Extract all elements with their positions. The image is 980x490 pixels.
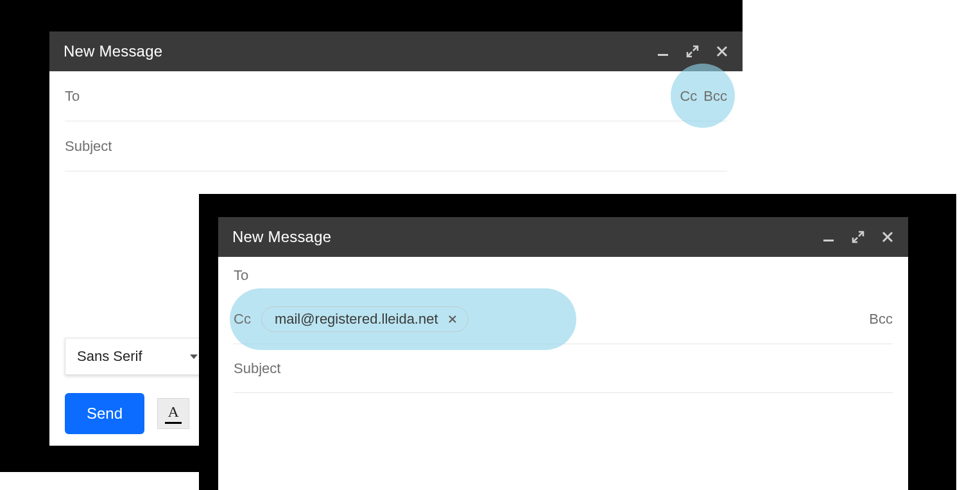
format-letter: A (168, 403, 178, 421)
expand-icon[interactable] (686, 45, 699, 58)
cc-recipient-text: mail@registered.lleida.net (275, 311, 438, 328)
minimize-icon[interactable] (822, 231, 835, 243)
window-title: New Message (232, 228, 331, 246)
expand-icon[interactable] (852, 231, 864, 243)
titlebar: New Message (49, 31, 743, 71)
cc-recipient-chip[interactable]: mail@registered.lleida.net (261, 306, 469, 332)
close-icon[interactable] (881, 231, 894, 243)
bcc-link[interactable]: Bcc (869, 311, 893, 328)
title-actions (822, 231, 894, 243)
text-format-button[interactable]: A (157, 398, 189, 429)
to-label: To (234, 267, 248, 284)
subject-row[interactable]: Subject (65, 121, 727, 171)
subject-label: Subject (65, 138, 112, 155)
font-picker[interactable]: Sans Serif (65, 338, 207, 375)
to-label: To (65, 88, 80, 105)
cc-bcc-links: Cc Bcc (680, 88, 727, 105)
cc-row[interactable]: Cc mail@registered.lleida.net Bcc (234, 294, 893, 344)
fields-area: To Cc mail@registered.lleida.net Bcc Sub… (218, 257, 908, 393)
close-icon[interactable] (716, 45, 728, 58)
window-title: New Message (64, 42, 162, 60)
chevron-down-icon (190, 354, 198, 359)
toolbar-area: Sans Serif Send A (65, 338, 207, 434)
minimize-icon[interactable] (657, 45, 669, 58)
titlebar: New Message (218, 217, 908, 257)
font-picker-label: Sans Serif (77, 348, 142, 365)
cc-link[interactable]: Cc (680, 88, 697, 105)
send-row: Send A (65, 393, 207, 434)
subject-row[interactable]: Subject (234, 344, 893, 393)
svg-rect-0 (658, 54, 668, 56)
to-row[interactable]: To (234, 257, 893, 294)
remove-chip-icon[interactable] (447, 314, 458, 324)
to-row[interactable]: To Cc Bcc (65, 71, 727, 121)
cc-label: Cc (234, 311, 251, 328)
fields-area: To Cc Bcc Subject (49, 71, 743, 171)
bcc-link[interactable]: Bcc (703, 88, 727, 105)
compose-body[interactable] (218, 393, 908, 490)
svg-rect-1 (823, 240, 834, 241)
title-actions (657, 45, 728, 58)
underline-bar-icon (165, 422, 182, 424)
compose-window-2: New Message To Cc mail@registered (218, 217, 908, 490)
subject-label: Subject (234, 360, 280, 377)
send-button[interactable]: Send (65, 393, 144, 434)
